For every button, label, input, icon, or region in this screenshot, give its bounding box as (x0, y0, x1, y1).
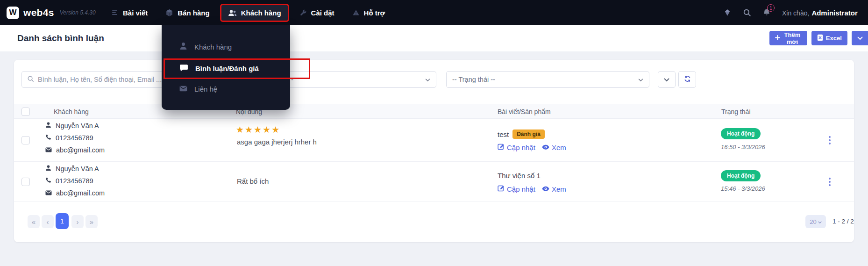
list-icon (111, 9, 119, 16)
export-options-button[interactable] (852, 31, 868, 45)
customers-dropdown-menu: Khách hàng Bình luận/Đánh giá Liên hệ (162, 25, 290, 110)
chevron-down-icon (857, 35, 863, 42)
nav-item-support[interactable]: Hỗ trợ (345, 4, 393, 22)
comments-card: - -- Trạng thái -- Khách hàng Nội dung (14, 60, 854, 242)
status-select[interactable]: -- Trạng thái -- (446, 71, 649, 88)
edit-icon (498, 185, 505, 193)
status-badge: Hoạt động (721, 170, 761, 181)
edit-icon (498, 143, 505, 151)
customer-email: abc@gmail.com (45, 189, 105, 197)
comment-icon (179, 64, 188, 73)
customer-phone: 0123456789 (45, 134, 93, 142)
update-link[interactable]: Cập nhật (498, 143, 535, 151)
excel-button[interactable]: Excel (811, 31, 847, 45)
first-page-button[interactable]: « (28, 215, 40, 228)
users-icon (228, 9, 237, 16)
table-row: Nguyễn Văn A 0123456789 abc@gmail.com ★★… (14, 119, 854, 162)
menu-item-comments-reviews[interactable]: Bình luận/Đánh giá (162, 59, 290, 78)
phone-icon (45, 134, 51, 142)
search-icon[interactable] (743, 8, 751, 17)
view-link[interactable]: Xem (542, 144, 566, 151)
search-icon (27, 75, 34, 84)
customer-name: Nguyễn Văn A (45, 122, 99, 129)
star-rating: ★★★★★ (236, 124, 280, 135)
article-title: Thư viện số 1 (498, 172, 541, 180)
excel-file-icon (817, 34, 823, 43)
greeting: Xin chào,Administrator (782, 9, 858, 17)
status-badge: Hoạt động (721, 128, 761, 139)
row-checkbox[interactable] (21, 136, 30, 144)
page-title: Danh sách bình luận (17, 25, 104, 51)
nav-item-customers[interactable]: Khách hàng (220, 4, 289, 22)
next-page-button[interactable]: › (71, 215, 84, 228)
person-icon (45, 165, 51, 173)
top-navigation: Bài viết Bán hàng Khách hàng Cài đặt (104, 0, 392, 25)
update-link[interactable]: Cập nhật (498, 185, 535, 193)
table-header: Khách hàng Nội dung Bài viết/Sản phẩm Tr… (14, 104, 854, 119)
column-header-article: Bài viết/Sản phẩm (498, 104, 551, 119)
refresh-icon (684, 75, 691, 84)
comment-text: Rất bổ ích (237, 177, 269, 185)
customer-phone: 0123456789 (45, 177, 93, 185)
notification-badge: 1 (767, 4, 775, 12)
person-icon (45, 122, 51, 129)
pagination: « ‹ 1 › » 20 1 - 2 / 2 (14, 213, 854, 230)
nav-item-sales[interactable]: Bán hàng (158, 4, 217, 22)
nav-item-label: Hỗ trợ (364, 9, 385, 17)
version-label: Version 5.4.30 (60, 9, 96, 16)
prev-page-button[interactable]: ‹ (42, 215, 54, 228)
menu-item-contacts[interactable]: Liên hệ (162, 79, 290, 98)
nav-item-label: Cài đặt (311, 9, 334, 17)
last-page-button[interactable]: » (85, 215, 98, 228)
nav-item-label: Bán hàng (178, 9, 209, 17)
brand[interactable]: W web4s Version 5.4.30 (7, 0, 96, 25)
current-page-button[interactable]: 1 (56, 213, 69, 229)
timestamp: 16:50 - 3/3/2026 (721, 144, 765, 151)
person-icon (179, 42, 187, 51)
row-menu-button[interactable] (827, 176, 832, 188)
timestamp: 15:46 - 3/3/2026 (721, 185, 765, 192)
topbar-right: 1 Xin chào,Administrator (723, 0, 868, 25)
select-all-checkbox[interactable] (21, 108, 30, 116)
content-area: - -- Trạng thái -- Khách hàng Nội dung (0, 51, 868, 266)
refresh-button[interactable] (678, 71, 696, 88)
brand-name: web4s (23, 7, 54, 18)
row-actions: Cập nhật Xem (498, 143, 566, 151)
envelope-icon (45, 146, 52, 154)
bell-icon[interactable]: 1 (762, 8, 771, 17)
covered-select[interactable]: - (285, 71, 436, 88)
chevron-down-icon (664, 75, 669, 84)
more-filters-button[interactable] (658, 71, 676, 88)
nav-item-articles[interactable]: Bài viết (104, 4, 155, 22)
comment-text: asga gaga jherjerj hrher h (237, 138, 317, 146)
column-header-customer: Khách hàng (54, 104, 89, 119)
rating-type-badge: Đánh giá (512, 129, 545, 139)
gem-icon[interactable] (723, 8, 732, 17)
topbar: W web4s Version 5.4.30 Bài viết Bán hàng (0, 0, 868, 25)
view-link[interactable]: Xem (542, 185, 566, 193)
customer-email: abc@gmail.com (45, 146, 105, 154)
screen: W web4s Version 5.4.30 Bài viết Bán hàng (0, 0, 868, 266)
page-size-select[interactable]: 20 (805, 215, 826, 228)
row-actions: Cập nhật Xem (498, 185, 566, 193)
envelope-icon (179, 85, 187, 93)
article-cell: test Đánh giá (498, 129, 545, 139)
cube-icon (165, 9, 173, 17)
column-header-status: Trạng thái (721, 104, 751, 119)
menu-item-customers[interactable]: Khách hàng (162, 37, 290, 56)
logo-letter: W (9, 8, 16, 17)
username: Administrator (811, 9, 857, 17)
header-actions: Thêm mới Excel (769, 31, 868, 45)
add-new-button[interactable]: Thêm mới (769, 31, 807, 45)
web4s-logo-icon: W (7, 7, 19, 19)
nav-item-label: Bài viết (123, 9, 148, 17)
article-cell: Thư viện số 1 (498, 172, 541, 180)
wrench-icon (299, 9, 307, 16)
nav-item-settings[interactable]: Cài đặt (292, 4, 342, 22)
phone-icon (45, 177, 51, 185)
customer-name: Nguyễn Văn A (45, 165, 99, 173)
support-icon (352, 9, 360, 16)
plus-icon (775, 35, 780, 42)
row-menu-button[interactable] (827, 134, 832, 146)
row-checkbox[interactable] (21, 178, 30, 186)
